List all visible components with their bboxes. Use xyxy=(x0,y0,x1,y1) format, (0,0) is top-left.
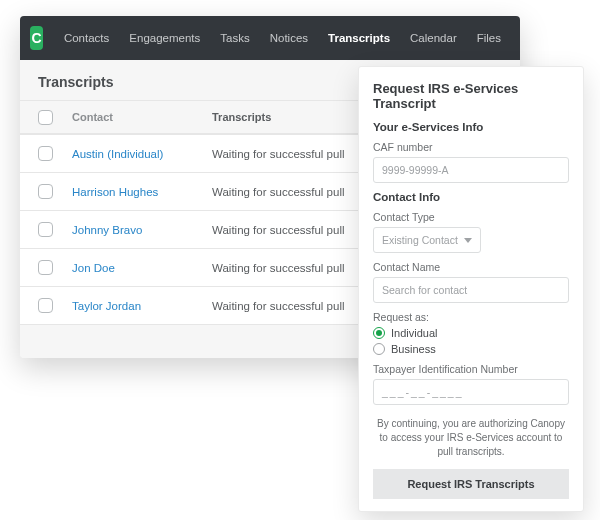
tin-label: Taxpayer Identification Number xyxy=(373,363,569,375)
nav-item-contacts[interactable]: Contacts xyxy=(55,16,118,60)
radio-icon xyxy=(373,343,385,355)
col-header-contact: Contact xyxy=(72,111,212,123)
contact-link[interactable]: Taylor Jordan xyxy=(72,300,141,312)
request-transcript-panel: Request IRS e-Services Transcript Your e… xyxy=(358,66,584,512)
nav-item-calendar[interactable]: Calendar xyxy=(401,16,466,60)
contact-name-placeholder: Search for contact xyxy=(382,284,467,296)
caf-input[interactable]: 9999-99999-A xyxy=(373,157,569,183)
contact-name-label: Contact Name xyxy=(373,261,569,273)
chevron-down-icon xyxy=(464,238,472,243)
radio-label: Business xyxy=(391,343,436,355)
contact-link[interactable]: Johnny Bravo xyxy=(72,224,142,236)
row-checkbox[interactable] xyxy=(38,298,53,313)
row-checkbox[interactable] xyxy=(38,260,53,275)
contact-info-heading: Contact Info xyxy=(373,191,569,203)
contact-link[interactable]: Austin (Individual) xyxy=(72,148,163,160)
nav-item-notices[interactable]: Notices xyxy=(261,16,317,60)
top-nav: C ContactsEngagementsTasksNoticesTranscr… xyxy=(20,16,520,60)
tin-input[interactable]: ___-__-____ xyxy=(373,379,569,405)
row-checkbox[interactable] xyxy=(38,184,53,199)
disclaimer-text: By continuing, you are authorizing Canop… xyxy=(373,417,569,459)
tin-placeholder: ___-__-____ xyxy=(382,386,464,398)
caf-placeholder: 9999-99999-A xyxy=(382,164,449,176)
nav-item-transcripts[interactable]: Transcripts xyxy=(319,16,399,60)
contact-type-value: Existing Contact xyxy=(382,234,458,246)
caf-label: CAF number xyxy=(373,141,569,153)
radio-label: Individual xyxy=(391,327,437,339)
panel-title: Request IRS e-Services Transcript xyxy=(373,81,569,111)
contact-type-select[interactable]: Existing Contact xyxy=(373,227,481,253)
request-transcripts-button[interactable]: Request IRS Transcripts xyxy=(373,469,569,499)
radio-individual[interactable]: Individual xyxy=(373,327,569,339)
app-logo[interactable]: C xyxy=(30,26,43,50)
contact-link[interactable]: Harrison Hughes xyxy=(72,186,158,198)
radio-business[interactable]: Business xyxy=(373,343,569,355)
nav-item-tasks[interactable]: Tasks xyxy=(211,16,258,60)
radio-icon xyxy=(373,327,385,339)
nav-item-files[interactable]: Files xyxy=(468,16,510,60)
row-checkbox[interactable] xyxy=(38,222,53,237)
nav-item-engagements[interactable]: Engagements xyxy=(120,16,209,60)
row-checkbox[interactable] xyxy=(38,146,53,161)
contact-type-label: Contact Type xyxy=(373,211,569,223)
contact-name-input[interactable]: Search for contact xyxy=(373,277,569,303)
eservices-heading: Your e-Services Info xyxy=(373,121,569,133)
contact-link[interactable]: Jon Doe xyxy=(72,262,115,274)
request-as-label: Request as: xyxy=(373,311,569,323)
select-all-checkbox[interactable] xyxy=(38,110,53,125)
